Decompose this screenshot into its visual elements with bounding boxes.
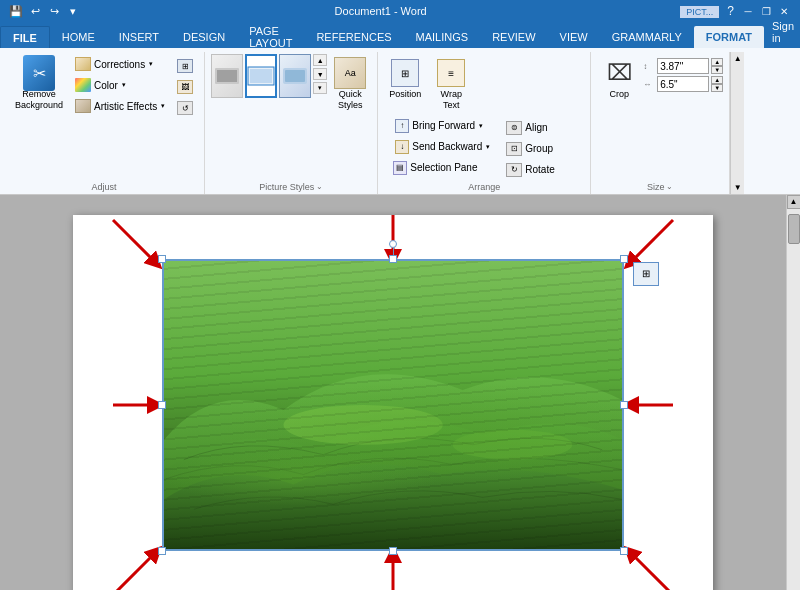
layout-options-icon[interactable]: ⊞	[633, 262, 659, 286]
adjust-small-buttons: Corrections ▾ Color ▾ Artistic Effects ▾	[70, 54, 170, 116]
handle-top-center[interactable]	[389, 255, 397, 263]
style-box-2[interactable]	[245, 54, 277, 98]
styles-more-arrow[interactable]: ▾	[313, 82, 327, 94]
height-spin: ▲ ▼	[711, 58, 723, 74]
send-backward-label: Send Backward	[412, 141, 482, 152]
bring-forward-arrow: ▾	[479, 122, 483, 130]
tab-format[interactable]: FORMAT	[694, 26, 764, 48]
ribbon-group-adjust: ✂ RemoveBackground Corrections ▾ Color ▾	[4, 52, 205, 194]
height-input[interactable]	[657, 58, 709, 74]
selection-pane-button[interactable]: ▤ Selection Pane	[388, 158, 497, 178]
ribbon-scroll-down[interactable]: ▼	[734, 183, 742, 192]
svg-line-6	[113, 220, 156, 263]
style-box-1[interactable]	[211, 54, 243, 98]
tab-references[interactable]: REFERENCES	[304, 26, 403, 48]
tab-design[interactable]: DESIGN	[171, 26, 237, 48]
height-down[interactable]: ▼	[711, 66, 723, 74]
pict-label: PICT...	[680, 6, 719, 18]
color-button[interactable]: Color ▾	[70, 75, 170, 95]
width-input[interactable]	[657, 76, 709, 92]
ribbon-scrollbar: ▲ ▼	[730, 52, 744, 194]
corrections-button[interactable]: Corrections ▾	[70, 54, 170, 74]
change-picture-button[interactable]: 🖼	[172, 77, 198, 97]
crop-label: Crop	[609, 89, 629, 99]
selected-image[interactable]	[163, 260, 623, 550]
height-up[interactable]: ▲	[711, 58, 723, 66]
crop-button[interactable]: ⌧ Crop	[597, 54, 641, 102]
minimize-button[interactable]: ─	[740, 3, 756, 19]
vertical-scrollbar[interactable]: ▲ ▼	[786, 195, 800, 590]
ribbon-scroll-up[interactable]: ▲	[734, 54, 742, 63]
size-label-text: Size	[647, 182, 665, 192]
rotate-handle[interactable]	[389, 240, 397, 248]
bring-forward-button[interactable]: ↑ Bring Forward ▾	[388, 116, 497, 136]
tab-review[interactable]: REVIEW	[480, 26, 547, 48]
selection-pane-icon: ▤	[393, 161, 407, 175]
save-icon[interactable]: 💾	[8, 3, 24, 19]
redo-icon[interactable]: ↪	[46, 3, 62, 19]
arrow-left	[108, 380, 163, 430]
width-up[interactable]: ▲	[711, 76, 723, 84]
tab-page-layout[interactable]: PAGE LAYOUT	[237, 26, 304, 48]
picture-styles-label-text: Picture Styles	[259, 182, 314, 192]
handle-middle-right[interactable]	[620, 401, 628, 409]
scroll-thumb[interactable]	[788, 214, 800, 244]
tab-insert[interactable]: INSERT	[107, 26, 171, 48]
ribbon-group-size: ⌧ Crop ↕ ▲ ▼ ↔ ▲	[591, 52, 730, 194]
align-button[interactable]: ⊜ Align	[501, 118, 559, 138]
send-backward-arrow: ▾	[486, 143, 490, 151]
undo-icon[interactable]: ↩	[27, 3, 43, 19]
sign-in-button[interactable]: Sign in	[764, 16, 800, 48]
wrap-icon-graphic: ≡	[437, 59, 465, 87]
corrections-icon	[75, 57, 91, 71]
height-row: ↕ ▲ ▼	[643, 58, 723, 74]
send-backward-button[interactable]: ↓ Send Backward ▾	[388, 137, 497, 157]
position-button[interactable]: ⊞ Position	[384, 54, 426, 114]
width-down[interactable]: ▼	[711, 84, 723, 92]
handle-top-left[interactable]	[158, 255, 166, 263]
compress-icon: ⊞	[177, 59, 193, 73]
handle-bottom-right[interactable]	[620, 547, 628, 555]
styles-down-arrow[interactable]: ▼	[313, 68, 327, 80]
ribbon-group-arrange: ⊞ Position ≡ WrapText ↑ Bring Forward ▾	[378, 52, 591, 194]
handle-top-right[interactable]	[620, 255, 628, 263]
remove-background-button[interactable]: ✂ RemoveBackground	[10, 54, 68, 114]
svg-rect-5	[285, 70, 305, 82]
tab-mailings[interactable]: MAILINGS	[404, 26, 481, 48]
reset-picture-button[interactable]: ↺	[172, 98, 198, 118]
artistic-effects-button[interactable]: Artistic Effects ▾	[70, 96, 170, 116]
group-button[interactable]: ⊡ Group	[501, 139, 559, 159]
scroll-up-button[interactable]: ▲	[787, 195, 801, 209]
ribbon: ✂ RemoveBackground Corrections ▾ Color ▾	[0, 48, 800, 195]
wrap-text-button[interactable]: ≡ WrapText	[430, 54, 472, 114]
position-label: Position	[389, 89, 421, 99]
scroll-track[interactable]	[787, 209, 800, 590]
tab-view[interactable]: VIEW	[548, 26, 600, 48]
quick-styles-icon: Aa	[334, 57, 366, 89]
color-dropdown-arrow: ▾	[122, 81, 126, 89]
ribbon-group-picture-styles: ▲ ▼ ▾ Aa QuickStyles Picture Styles ⌄	[205, 52, 378, 194]
styles-up-arrow[interactable]: ▲	[313, 54, 327, 66]
handle-bottom-left[interactable]	[158, 547, 166, 555]
reset-icon: ↺	[177, 101, 193, 115]
customize-qa-icon[interactable]: ▾	[65, 3, 81, 19]
compress-pictures-button[interactable]: ⊞	[172, 56, 198, 76]
ribbon-tabs: FILE HOME INSERT DESIGN PAGE LAYOUT REFE…	[0, 22, 800, 48]
picture-styles-expand-icon[interactable]: ⌄	[316, 182, 323, 191]
tab-home[interactable]: HOME	[50, 26, 107, 48]
quick-styles-button[interactable]: Aa QuickStyles	[329, 54, 371, 114]
hills-svg	[164, 261, 622, 549]
size-expand-icon[interactable]: ⌄	[666, 182, 673, 191]
style-box-3[interactable]	[279, 54, 311, 98]
handle-bottom-center[interactable]	[389, 547, 397, 555]
svg-line-11	[113, 552, 156, 590]
tab-file[interactable]: FILE	[0, 26, 50, 48]
svg-rect-1	[217, 70, 237, 82]
height-label: ↕	[643, 62, 655, 71]
image-container[interactable]: ⊞	[163, 260, 623, 550]
handle-middle-left[interactable]	[158, 401, 166, 409]
size-content: ⌧ Crop ↕ ▲ ▼ ↔ ▲	[597, 54, 723, 180]
help-icon[interactable]: ?	[723, 4, 738, 18]
tab-grammarly[interactable]: GRAMMARLY	[600, 26, 694, 48]
rotate-button[interactable]: ↻ Rotate	[501, 160, 559, 180]
